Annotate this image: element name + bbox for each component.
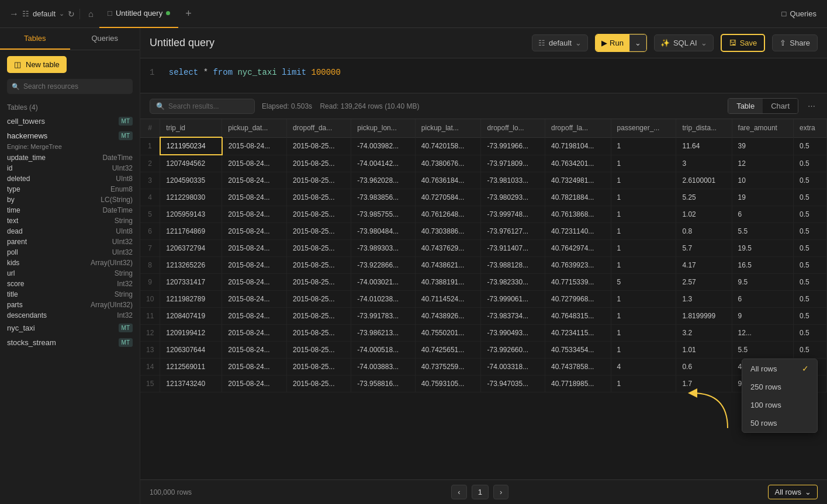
db-chevron-icon[interactable]: ⌄ bbox=[59, 10, 64, 18]
query-tab[interactable]: □ Untitled query bbox=[99, 0, 178, 28]
col-header-passenger[interactable]: passenger_... bbox=[611, 119, 676, 137]
schema-row-parts: partsArray(UInt32) bbox=[0, 300, 140, 310]
db-select-button[interactable]: ☷ default ⌄ bbox=[532, 34, 588, 51]
more-options-button[interactable]: ⋯ bbox=[805, 99, 818, 113]
table-cell: 1213265226 bbox=[160, 257, 222, 274]
dropdown-all-rows[interactable]: All rows ✓ bbox=[742, 359, 817, 378]
table-view-button[interactable]: Table bbox=[728, 99, 763, 113]
table-cell: 1212569011 bbox=[160, 359, 222, 376]
query-tab-icon: □ bbox=[108, 9, 112, 18]
table-cell: -73.990493... bbox=[481, 325, 545, 342]
table-row[interactable]: 512059591432015-08-24...2015-08-25...-73… bbox=[140, 206, 827, 223]
schema-row-url: urlString bbox=[0, 268, 140, 279]
schema-row-deleted: deletedUInt8 bbox=[0, 173, 140, 184]
run-button[interactable]: ▶ Run bbox=[596, 34, 629, 51]
table-cell: 40.7437629... bbox=[415, 240, 481, 257]
row-num-cell: 3 bbox=[140, 172, 160, 189]
results-search-box[interactable]: 🔍 Search results... bbox=[150, 99, 255, 114]
table-row[interactable]: 312045903352015-08-24...2015-08-25...-73… bbox=[140, 172, 827, 189]
schema-row-time: timeDateTime bbox=[0, 205, 140, 215]
db-name[interactable]: default bbox=[33, 9, 56, 18]
table-row[interactable]: 912073314172015-08-24...2015-08-25...-74… bbox=[140, 274, 827, 291]
table-cell: 4 bbox=[611, 359, 676, 376]
col-header-trip_id[interactable]: trip_id bbox=[160, 119, 222, 137]
dropdown-50-rows[interactable]: 50 rows bbox=[742, 414, 817, 432]
col-header-extra[interactable]: extra bbox=[794, 119, 827, 137]
table-cell: 1 bbox=[611, 223, 676, 240]
table-row[interactable]: 112119502342015-08-24...2015-08-25...-74… bbox=[140, 137, 827, 155]
col-header-dropoff_la[interactable]: dropoff_la... bbox=[545, 119, 611, 137]
table-row[interactable]: 612117648692015-08-24...2015-08-25...-73… bbox=[140, 223, 827, 240]
kw-from: from bbox=[213, 68, 233, 77]
sidebar-tab-tables[interactable]: Tables bbox=[0, 28, 70, 50]
sidebar-tab-queries[interactable]: Queries bbox=[70, 28, 140, 50]
rows-per-page-select[interactable]: All rows ⌄ bbox=[768, 485, 818, 499]
nyc-taxi-label: nyc_taxi bbox=[7, 324, 35, 332]
table-row[interactable]: 1012119827892015-08-24...2015-08-25...-7… bbox=[140, 291, 827, 308]
table-cell: 0.5 bbox=[794, 240, 827, 257]
results-search-placeholder: Search results... bbox=[168, 102, 219, 110]
table-cell: -73.980484... bbox=[351, 223, 415, 240]
add-tab-btn[interactable]: + bbox=[181, 8, 196, 20]
table-row[interactable]: 1212091994122015-08-24...2015-08-25...-7… bbox=[140, 325, 827, 342]
table-cell: 40.7639923... bbox=[545, 257, 611, 274]
table-row[interactable]: 1112084074192015-08-24...2015-08-25...-7… bbox=[140, 308, 827, 325]
col-header-pickup_dat[interactable]: pickup_dat... bbox=[222, 119, 287, 137]
query-editor[interactable]: 1 select * from nyc_taxi limit 100000 bbox=[140, 58, 827, 93]
table-row[interactable]: 1512137432402015-08-24...2015-08-25...-7… bbox=[140, 376, 827, 392]
col-header-dropoff_da[interactable]: dropoff_da... bbox=[287, 119, 351, 137]
table-row[interactable]: 212074945622015-08-24...2015-08-25...-74… bbox=[140, 155, 827, 172]
search-input[interactable] bbox=[23, 82, 128, 91]
table-row[interactable]: 412122980302015-08-24...2015-08-25...-73… bbox=[140, 189, 827, 206]
table-row[interactable]: 1312063076442015-08-24...2015-08-25...-7… bbox=[140, 342, 827, 359]
dropdown-250-rows[interactable]: 250 rows bbox=[742, 378, 817, 396]
col-header-pickup_lon[interactable]: pickup_lon... bbox=[351, 119, 415, 137]
run-button-group: ▶ Run ⌄ bbox=[595, 34, 647, 52]
kw-select: select bbox=[169, 68, 198, 77]
table-cell: 40.7380676... bbox=[415, 155, 481, 172]
table-cell: -73.958816... bbox=[351, 376, 415, 392]
sql-ai-button[interactable]: ✨ SQL AI ⌄ bbox=[654, 34, 714, 51]
table-row[interactable]: 812132652262015-08-24...2015-08-25...-73… bbox=[140, 257, 827, 274]
table-cell: -74.010238... bbox=[351, 291, 415, 308]
sidebar-item-stocks-stream[interactable]: stocks_stream MT bbox=[0, 335, 140, 350]
home-icon[interactable]: ⌂ bbox=[85, 9, 97, 19]
table-cell: 2015-08-24... bbox=[222, 189, 287, 206]
queries-button[interactable]: □ Queries bbox=[776, 7, 822, 20]
kw-num: 100000 bbox=[312, 68, 341, 77]
table-cell: 5.5 bbox=[732, 223, 793, 240]
table-cell: 2015-08-25... bbox=[287, 155, 351, 172]
save-button[interactable]: 🖫 Save bbox=[721, 34, 766, 52]
table-cell: 40.7279968... bbox=[545, 291, 611, 308]
back-icon[interactable]: → bbox=[9, 9, 19, 19]
prev-page-button[interactable]: ‹ bbox=[451, 485, 466, 499]
table-cell: 40.7114524... bbox=[415, 291, 481, 308]
table-cell: 1 bbox=[611, 137, 676, 155]
dropdown-100-rows[interactable]: 100 rows bbox=[742, 396, 817, 414]
table-cell: 2015-08-25... bbox=[287, 359, 351, 376]
table-row[interactable]: 712063727942015-08-24...2015-08-25...-73… bbox=[140, 240, 827, 257]
next-page-button[interactable]: › bbox=[493, 485, 508, 499]
share-button[interactable]: ⇧ Share bbox=[772, 34, 818, 51]
table-cell: 5.5 bbox=[732, 342, 793, 359]
col-header-dropoff_lo[interactable]: dropoff_lo... bbox=[481, 119, 545, 137]
sidebar-item-nyc-taxi[interactable]: nyc_taxi MT bbox=[0, 321, 140, 335]
col-header-trip_dista[interactable]: trip_dista... bbox=[676, 119, 732, 137]
sidebar-item-cell-towers[interactable]: cell_towers MT bbox=[0, 114, 140, 128]
refresh-icon[interactable]: ↻ bbox=[68, 9, 75, 19]
search-box[interactable]: 🔍 bbox=[7, 79, 133, 94]
row-num-cell: 1 bbox=[140, 137, 160, 155]
sidebar-item-hackernews[interactable]: hackernews MT bbox=[0, 128, 140, 143]
run-dropdown-button[interactable]: ⌄ bbox=[629, 34, 646, 51]
col-header-fare_amount[interactable]: fare_amount bbox=[732, 119, 793, 137]
rows-select-label: All rows bbox=[774, 488, 801, 496]
chart-view-button[interactable]: Chart bbox=[763, 99, 798, 113]
new-table-button[interactable]: ◫ New table bbox=[7, 56, 67, 73]
table-cell: 0.8 bbox=[676, 223, 732, 240]
table-row[interactable]: 1412125690112015-08-24...2015-08-25...-7… bbox=[140, 359, 827, 376]
table-cell: 2015-08-25... bbox=[287, 189, 351, 206]
bottom-bar: 100,000 rows ‹ 1 › All rows ⌄ bbox=[140, 479, 827, 504]
table-cell: 1209199412 bbox=[160, 325, 222, 342]
table-cell: -73.962028... bbox=[351, 172, 415, 189]
col-header-pickup_lat[interactable]: pickup_lat... bbox=[415, 119, 481, 137]
